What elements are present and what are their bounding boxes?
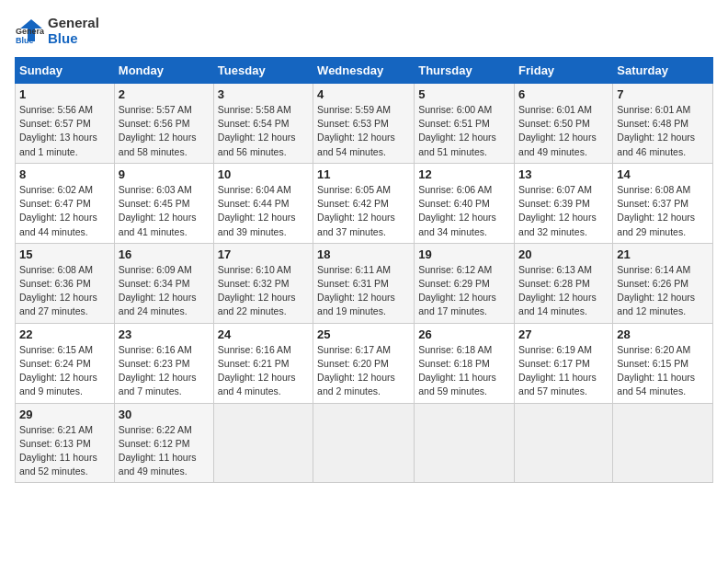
calendar-cell: 21Sunrise: 6:14 AM Sunset: 6:26 PM Dayli… — [613, 243, 713, 323]
day-number: 22 — [19, 327, 110, 341]
day-number: 1 — [19, 87, 110, 101]
calendar-cell: 4Sunrise: 5:59 AM Sunset: 6:53 PM Daylig… — [313, 84, 415, 164]
page-header: General Blue General Blue — [15, 15, 713, 46]
col-thursday: Thursday — [415, 58, 515, 84]
day-info: Sunrise: 6:19 AM Sunset: 6:17 PM Dayligh… — [518, 343, 609, 399]
col-tuesday: Tuesday — [213, 58, 313, 84]
day-number: 23 — [119, 327, 210, 341]
day-number: 30 — [119, 408, 210, 421]
day-number: 12 — [418, 167, 510, 181]
logo-blue: Blue — [48, 30, 99, 46]
day-info: Sunrise: 6:20 AM Sunset: 6:15 PM Dayligh… — [617, 343, 709, 399]
day-info: Sunrise: 6:11 AM Sunset: 6:31 PM Dayligh… — [317, 263, 410, 319]
day-info: Sunrise: 6:06 AM Sunset: 6:40 PM Dayligh… — [418, 183, 510, 239]
day-info: Sunrise: 6:05 AM Sunset: 6:42 PM Dayligh… — [317, 183, 410, 239]
logo-general: General — [48, 15, 99, 30]
day-number: 26 — [418, 327, 510, 341]
calendar-cell — [213, 403, 313, 483]
calendar-cell: 27Sunrise: 6:19 AM Sunset: 6:17 PM Dayli… — [515, 323, 613, 403]
calendar-cell: 25Sunrise: 6:17 AM Sunset: 6:20 PM Dayli… — [313, 323, 415, 403]
day-info: Sunrise: 6:00 AM Sunset: 6:51 PM Dayligh… — [418, 103, 510, 159]
day-info: Sunrise: 6:16 AM Sunset: 6:23 PM Dayligh… — [119, 343, 210, 399]
day-info: Sunrise: 5:57 AM Sunset: 6:56 PM Dayligh… — [119, 103, 210, 159]
day-number: 4 — [317, 87, 410, 101]
day-info: Sunrise: 6:16 AM Sunset: 6:21 PM Dayligh… — [218, 343, 309, 399]
day-info: Sunrise: 6:07 AM Sunset: 6:39 PM Dayligh… — [518, 183, 609, 239]
calendar-cell: 17Sunrise: 6:10 AM Sunset: 6:32 PM Dayli… — [213, 243, 313, 323]
day-number: 28 — [617, 327, 709, 341]
calendar-table: SundayMondayTuesdayWednesdayThursdayFrid… — [15, 57, 713, 483]
day-number: 15 — [19, 247, 110, 261]
day-info: Sunrise: 6:01 AM Sunset: 6:48 PM Dayligh… — [617, 103, 709, 159]
day-info: Sunrise: 5:58 AM Sunset: 6:54 PM Dayligh… — [218, 103, 309, 159]
day-number: 24 — [218, 327, 309, 341]
day-number: 5 — [418, 87, 510, 101]
logo-icon: General Blue — [15, 16, 44, 45]
svg-text:Blue: Blue — [16, 36, 34, 45]
calendar-cell — [613, 403, 713, 483]
day-number: 29 — [19, 408, 110, 421]
day-info: Sunrise: 6:13 AM Sunset: 6:28 PM Dayligh… — [518, 263, 609, 319]
calendar-cell: 3Sunrise: 5:58 AM Sunset: 6:54 PM Daylig… — [213, 84, 313, 164]
calendar-cell: 30Sunrise: 6:22 AM Sunset: 6:12 PM Dayli… — [114, 403, 213, 483]
day-info: Sunrise: 6:22 AM Sunset: 6:12 PM Dayligh… — [119, 423, 210, 479]
day-number: 21 — [617, 247, 709, 261]
day-number: 7 — [617, 87, 709, 101]
calendar-cell: 19Sunrise: 6:12 AM Sunset: 6:29 PM Dayli… — [415, 243, 515, 323]
col-sunday: Sunday — [16, 58, 115, 84]
calendar-cell: 15Sunrise: 6:08 AM Sunset: 6:36 PM Dayli… — [16, 243, 115, 323]
day-number: 6 — [518, 87, 609, 101]
calendar-cell — [515, 403, 613, 483]
calendar-cell — [415, 403, 515, 483]
day-number: 13 — [518, 167, 609, 181]
calendar-cell: 18Sunrise: 6:11 AM Sunset: 6:31 PM Dayli… — [313, 243, 415, 323]
logo: General Blue General Blue — [15, 15, 99, 46]
day-number: 3 — [218, 87, 309, 101]
day-info: Sunrise: 5:59 AM Sunset: 6:53 PM Dayligh… — [317, 103, 410, 159]
day-number: 20 — [518, 247, 609, 261]
calendar-cell: 23Sunrise: 6:16 AM Sunset: 6:23 PM Dayli… — [114, 323, 213, 403]
day-info: Sunrise: 6:08 AM Sunset: 6:37 PM Dayligh… — [617, 183, 709, 239]
calendar-cell: 14Sunrise: 6:08 AM Sunset: 6:37 PM Dayli… — [613, 163, 713, 243]
calendar-cell: 7Sunrise: 6:01 AM Sunset: 6:48 PM Daylig… — [613, 84, 713, 164]
day-number: 8 — [19, 167, 110, 181]
day-info: Sunrise: 6:01 AM Sunset: 6:50 PM Dayligh… — [518, 103, 609, 159]
day-info: Sunrise: 5:56 AM Sunset: 6:57 PM Dayligh… — [19, 103, 110, 159]
calendar-cell: 13Sunrise: 6:07 AM Sunset: 6:39 PM Dayli… — [515, 163, 613, 243]
calendar-cell: 1Sunrise: 5:56 AM Sunset: 6:57 PM Daylig… — [16, 84, 115, 164]
day-info: Sunrise: 6:03 AM Sunset: 6:45 PM Dayligh… — [119, 183, 210, 239]
day-info: Sunrise: 6:12 AM Sunset: 6:29 PM Dayligh… — [418, 263, 510, 319]
col-friday: Friday — [515, 58, 613, 84]
calendar-cell: 8Sunrise: 6:02 AM Sunset: 6:47 PM Daylig… — [16, 163, 115, 243]
calendar-cell: 11Sunrise: 6:05 AM Sunset: 6:42 PM Dayli… — [313, 163, 415, 243]
col-wednesday: Wednesday — [313, 58, 415, 84]
calendar-cell: 26Sunrise: 6:18 AM Sunset: 6:18 PM Dayli… — [415, 323, 515, 403]
day-info: Sunrise: 6:10 AM Sunset: 6:32 PM Dayligh… — [218, 263, 309, 319]
day-number: 9 — [119, 167, 210, 181]
calendar-cell — [313, 403, 415, 483]
col-monday: Monday — [114, 58, 213, 84]
day-number: 2 — [119, 87, 210, 101]
svg-text:General: General — [16, 27, 44, 36]
day-number: 27 — [518, 327, 609, 341]
day-number: 10 — [218, 167, 309, 181]
day-info: Sunrise: 6:15 AM Sunset: 6:24 PM Dayligh… — [19, 343, 110, 399]
day-info: Sunrise: 6:14 AM Sunset: 6:26 PM Dayligh… — [617, 263, 709, 319]
calendar-cell: 12Sunrise: 6:06 AM Sunset: 6:40 PM Dayli… — [415, 163, 515, 243]
day-number: 16 — [119, 247, 210, 261]
day-number: 14 — [617, 167, 709, 181]
day-number: 17 — [218, 247, 309, 261]
day-info: Sunrise: 6:09 AM Sunset: 6:34 PM Dayligh… — [119, 263, 210, 319]
day-number: 11 — [317, 167, 410, 181]
day-number: 25 — [317, 327, 410, 341]
day-info: Sunrise: 6:04 AM Sunset: 6:44 PM Dayligh… — [218, 183, 309, 239]
day-info: Sunrise: 6:17 AM Sunset: 6:20 PM Dayligh… — [317, 343, 410, 399]
calendar-cell: 28Sunrise: 6:20 AM Sunset: 6:15 PM Dayli… — [613, 323, 713, 403]
day-info: Sunrise: 6:08 AM Sunset: 6:36 PM Dayligh… — [19, 263, 110, 319]
calendar-cell: 10Sunrise: 6:04 AM Sunset: 6:44 PM Dayli… — [213, 163, 313, 243]
calendar-cell: 6Sunrise: 6:01 AM Sunset: 6:50 PM Daylig… — [515, 84, 613, 164]
calendar-cell: 5Sunrise: 6:00 AM Sunset: 6:51 PM Daylig… — [415, 84, 515, 164]
calendar-cell: 20Sunrise: 6:13 AM Sunset: 6:28 PM Dayli… — [515, 243, 613, 323]
calendar-cell: 2Sunrise: 5:57 AM Sunset: 6:56 PM Daylig… — [114, 84, 213, 164]
calendar-cell: 16Sunrise: 6:09 AM Sunset: 6:34 PM Dayli… — [114, 243, 213, 323]
